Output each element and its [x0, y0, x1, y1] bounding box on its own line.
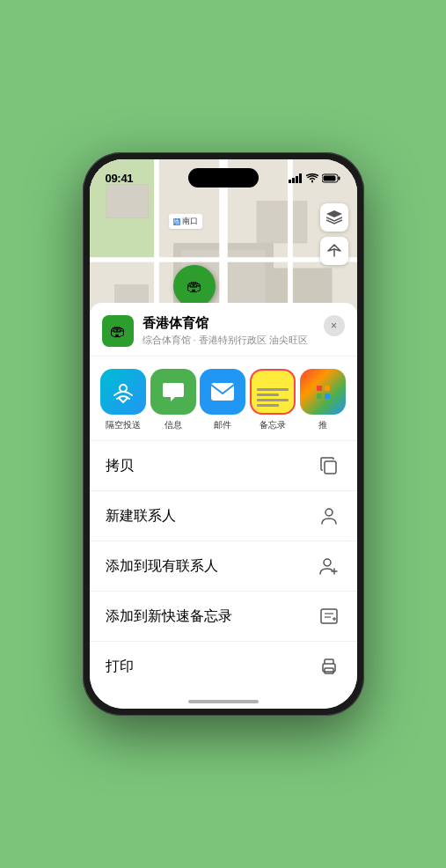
notes-lines: [252, 373, 294, 410]
airdrop-label: 隔空投送: [106, 419, 141, 431]
share-item-messages[interactable]: 信息: [148, 369, 198, 431]
svg-rect-27: [325, 461, 336, 474]
battery-icon: [322, 173, 341, 183]
svg-point-29: [324, 559, 331, 566]
dynamic-island: [188, 168, 259, 188]
status-time: 09:41: [106, 172, 134, 185]
phone-frame: 09:41: [83, 152, 364, 716]
location-button[interactable]: [320, 237, 348, 265]
airdrop-icon: [100, 369, 146, 415]
share-item-notes[interactable]: 备忘录: [248, 369, 298, 431]
mail-icon: [200, 369, 245, 415]
action-add-contact[interactable]: 添加到现有联系人: [90, 541, 357, 592]
svg-rect-26: [211, 383, 234, 401]
more-dot-2: [325, 386, 330, 391]
messages-icon: [150, 369, 196, 415]
svg-point-28: [325, 509, 333, 516]
action-print[interactable]: 打印: [90, 642, 357, 691]
person-icon: [317, 504, 341, 528]
location-arrow-icon: [327, 244, 341, 258]
map-label: 地 南口: [169, 214, 202, 229]
share-row: 隔空投送 信息: [90, 357, 357, 441]
quick-note-icon: [317, 604, 341, 629]
mail-svg: [209, 381, 236, 402]
print-icon: [317, 654, 341, 679]
mail-label: 邮件: [214, 419, 231, 431]
wifi-icon: [306, 173, 318, 183]
venue-description: 综合体育馆 · 香港特别行政区 油尖旺区: [143, 334, 345, 347]
svg-rect-38: [325, 668, 333, 673]
action-quick-note[interactable]: 添加到新快速备忘录: [90, 592, 357, 642]
more-dot-row-2: [317, 394, 330, 399]
add-contact-label: 添加到现有联系人: [106, 557, 218, 576]
more-label: 推: [318, 419, 327, 431]
notes-icon: [250, 369, 296, 415]
svg-rect-15: [257, 202, 307, 244]
svg-rect-3: [299, 173, 302, 183]
share-item-mail[interactable]: 邮件: [198, 369, 248, 431]
more-dot-4: [325, 394, 330, 399]
person-add-icon: [317, 554, 341, 578]
map-layers-icon: [326, 210, 342, 224]
messages-svg: [160, 379, 186, 405]
home-indicator: [188, 700, 259, 703]
more-dot-1: [317, 386, 322, 391]
svg-point-25: [120, 385, 127, 392]
map-label-dot: 地: [173, 218, 180, 225]
svg-rect-2: [296, 176, 298, 183]
bottom-sheet: 🏟 香港体育馆 综合体育馆 · 香港特别行政区 油尖旺区 ×: [90, 303, 357, 709]
close-button[interactable]: ×: [324, 315, 345, 336]
pin-inner: 🏟: [186, 277, 202, 296]
more-icon: [300, 369, 346, 415]
more-dot-3: [317, 394, 322, 399]
copy-icon: [317, 453, 341, 478]
notes-label: 备忘录: [260, 419, 286, 431]
phone-screen: 09:41: [90, 159, 357, 709]
action-copy[interactable]: 拷贝: [90, 441, 357, 491]
signal-icon: [289, 173, 303, 183]
notes-line-3: [257, 399, 289, 401]
print-label: 打印: [106, 658, 134, 676]
quick-note-label: 添加到新快速备忘录: [106, 607, 232, 626]
svg-rect-32: [321, 609, 337, 623]
notes-line-4: [257, 404, 279, 407]
map-type-button[interactable]: [320, 203, 348, 232]
notes-top-line: [257, 379, 289, 386]
map-label-text: 南口: [182, 216, 198, 227]
status-icons: [289, 173, 341, 183]
svg-rect-5: [338, 176, 340, 180]
venue-name: 香港体育馆: [143, 315, 345, 332]
location-header: 🏟 香港体育馆 综合体育馆 · 香港特别行政区 油尖旺区 ×: [90, 303, 357, 357]
svg-rect-1: [292, 178, 295, 183]
airdrop-svg: [111, 379, 135, 404]
more-dot-row-1: [317, 386, 330, 391]
svg-rect-0: [289, 180, 291, 183]
svg-rect-6: [323, 175, 335, 180]
new-contact-label: 新建联系人: [106, 507, 176, 526]
notes-line-2: [257, 394, 279, 396]
venue-info: 香港体育馆 综合体育馆 · 香港特别行政区 油尖旺区: [143, 315, 345, 347]
messages-label: 信息: [165, 419, 182, 431]
share-item-more[interactable]: 推: [298, 369, 348, 431]
copy-label: 拷贝: [106, 457, 134, 475]
venue-icon: 🏟: [102, 315, 134, 347]
notes-line-1: [257, 388, 289, 391]
share-item-airdrop[interactable]: 隔空投送: [99, 369, 149, 431]
action-list: 拷贝 新建联系人: [90, 441, 357, 691]
more-dots: [317, 386, 330, 399]
action-new-contact[interactable]: 新建联系人: [90, 491, 357, 541]
